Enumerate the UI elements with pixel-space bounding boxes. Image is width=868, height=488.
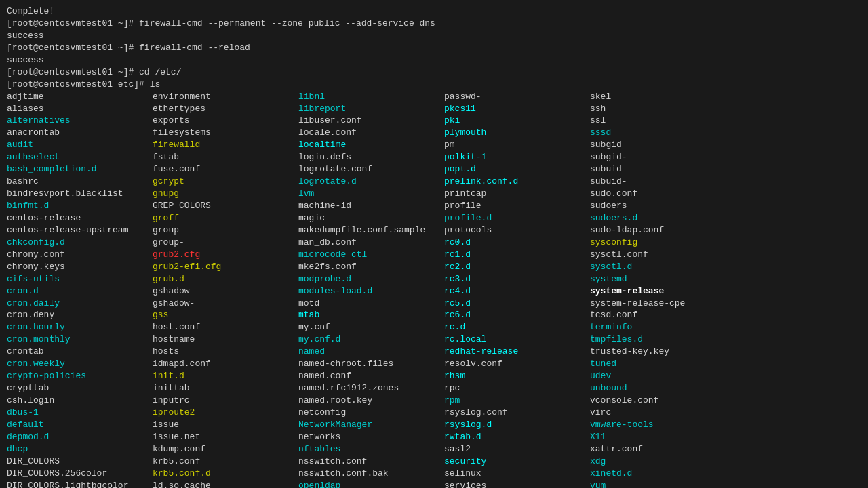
ls-cell: krb5.conf.d: [153, 468, 298, 480]
ls-cell: libreport: [298, 103, 444, 115]
ls-cell: modules-load.d: [298, 285, 444, 298]
ls-cell: host.conf: [153, 321, 298, 333]
ls-row: bashrcgcryptlogrotate.dprelink.conf.dsub…: [7, 176, 861, 188]
ls-cell: ssh: [590, 103, 736, 115]
ls-cell: rc5.d: [444, 298, 590, 310]
ls-cell: rc4.d: [444, 285, 590, 298]
ls-cell: inputrc: [153, 394, 298, 407]
ls-cell: sysconfig: [590, 237, 736, 249]
ls-cell: my.cnf: [298, 321, 444, 333]
ls-cell: openldap: [298, 480, 444, 488]
ls-cell: pkcs11: [444, 103, 590, 115]
ls-cell: kdump.conf: [153, 443, 298, 455]
ls-cell: pm: [444, 139, 590, 151]
ls-row: cron.dailygshadow-motdrc5.dsystem-releas…: [7, 298, 861, 310]
ls-cell: subuid-: [590, 176, 736, 188]
cmd-line-cd: [root@centosvmtest01 ~]# cd /etc/: [7, 66, 861, 79]
ls-cell: crypttab: [7, 382, 153, 394]
ls-row: crontabhostsnamedredhat-releasetrusted-k…: [7, 346, 861, 358]
ls-row: cron.hourlyhost.confmy.cnfrc.dterminfo: [7, 321, 861, 333]
ls-cell: sasl2: [444, 443, 590, 455]
ls-row: anacrontabfilesystemslocale.confplymouth…: [7, 127, 861, 139]
ls-row: depmod.dissue.netnetworksrwtab.dX11: [7, 431, 861, 443]
ls-cell: groff: [153, 212, 298, 224]
ls-cell: redhat-release: [444, 346, 590, 358]
ls-cell: sudoers.d: [590, 212, 736, 224]
ls-cell: default: [7, 419, 153, 431]
ls-cell: hostname: [153, 333, 298, 346]
ls-row: adjtimeenvironmentlibnlpasswd-skel: [7, 91, 861, 103]
ls-cell: cron.deny: [7, 309, 153, 321]
ls-cell: chrony.conf: [7, 249, 153, 261]
ls-cell: DIR_COLORS.lightbgcolor: [7, 480, 153, 488]
ls-row: cifs-utilsgrub.dmodprobe.drc3.dsystemd: [7, 273, 861, 285]
ls-cell: centos-release-upstream: [7, 224, 153, 237]
ls-cell: magic: [298, 212, 444, 224]
ls-cell: cron.weekly: [7, 358, 153, 370]
ls-cell: resolv.conf: [444, 358, 590, 370]
ls-row: csh.logininputrcnamed.root.keyrpmvconsol…: [7, 394, 861, 407]
ls-cell: nftables: [298, 443, 444, 455]
output-success1: success: [7, 30, 861, 42]
ls-cell: passwd-: [444, 91, 590, 103]
ls-cell: skel: [590, 91, 736, 103]
ls-cell: depmod.d: [7, 431, 153, 443]
ls-cell: sudo.conf: [590, 188, 736, 200]
ls-cell: rc3.d: [444, 273, 590, 285]
ls-cell: system-release-cpe: [590, 298, 736, 310]
ls-cell: gshadow: [153, 285, 298, 298]
ls-cell: systemd: [590, 273, 736, 285]
ls-cell: environment: [153, 91, 298, 103]
ls-cell: yum: [590, 480, 736, 488]
ls-row: cron.denygssmtabrc6.dtcsd.conf: [7, 309, 861, 321]
ls-cell: NetworkManager: [298, 419, 444, 431]
ls-row: defaultissueNetworkManagerrsyslog.dvmwar…: [7, 419, 861, 431]
prompt3: [root@centosvmtest01 ~]#: [7, 67, 139, 77]
ls-cell: X11: [590, 431, 736, 443]
ls-cell: nsswitch.conf: [298, 455, 444, 468]
ls-cell: security: [444, 455, 590, 468]
ls-cell: system-release: [590, 285, 736, 298]
ls-cell: iproute2: [153, 407, 298, 419]
ls-cell: man_db.conf: [298, 237, 444, 249]
ls-cell: modprobe.d: [298, 273, 444, 285]
ls-row: bash_completion.dfuse.conflogrotate.conf…: [7, 163, 861, 176]
ls-row: DIR_COLORS.lightbgcolorld.so.cacheopenld…: [7, 480, 861, 488]
ls-cell: tuned: [590, 358, 736, 370]
ls-cell: sysctl.d: [590, 261, 736, 273]
terminal-window: Complete! [root@centosvmtest01 ~]# firew…: [7, 5, 861, 483]
ls-row: DIR_COLORS.256colorkrb5.conf.dnsswitch.c…: [7, 468, 861, 480]
ls-cell: sysctl.conf: [590, 249, 736, 261]
ls-cell: my.cnf.d: [298, 333, 444, 346]
ls-cell: grub2.cfg: [153, 249, 298, 261]
ls-cell: rc2.d: [444, 261, 590, 273]
ls-row: cron.weeklyidmapd.confnamed-chroot.files…: [7, 358, 861, 370]
ls-cell: bashrc: [7, 176, 153, 188]
ls-row: chrony.keysgrub2-efi.cfgmke2fs.confrc2.d…: [7, 261, 861, 273]
ls-cell: terminfo: [590, 321, 736, 333]
ls-cell: grub.d: [153, 273, 298, 285]
ls-row: authselectfstablogin.defspolkit-1subgid-: [7, 151, 861, 163]
cmd-line-firewall2: [root@centosvmtest01 ~]# firewall-cmd --…: [7, 42, 861, 54]
ls-cell: profile.d: [444, 212, 590, 224]
ls-cell: tcsd.conf: [590, 309, 736, 321]
ls-cell: rc.d: [444, 321, 590, 333]
ls-row: binfmt.dGREP_COLORSmachine-idprofilesudo…: [7, 200, 861, 212]
ls-cell: xattr.conf: [590, 443, 736, 455]
cmd-text: firewall-cmd --permanent --zone=public -…: [139, 18, 435, 28]
ls-cell: anacrontab: [7, 127, 153, 139]
ls-cell: libuser.conf: [298, 115, 444, 127]
ls-cell: rc6.d: [444, 309, 590, 321]
ls-cell: gss: [153, 309, 298, 321]
cmd-text2: firewall-cmd --reload: [139, 43, 250, 53]
ls-cell: group-: [153, 237, 298, 249]
ls-cell: DIR_COLORS: [7, 455, 153, 468]
ls-cell: networks: [298, 431, 444, 443]
ls-cell: pki: [444, 115, 590, 127]
ls-cell: cron.daily: [7, 298, 153, 310]
ls-cell: ld.so.cache: [153, 480, 298, 488]
ls-cell: subgid: [590, 139, 736, 151]
ls-cell: sssd: [590, 127, 736, 139]
ls-row: cron.monthlyhostnamemy.cnf.drc.localtmpf…: [7, 333, 861, 346]
ls-row: cron.dgshadowmodules-load.drc4.dsystem-r…: [7, 285, 861, 298]
